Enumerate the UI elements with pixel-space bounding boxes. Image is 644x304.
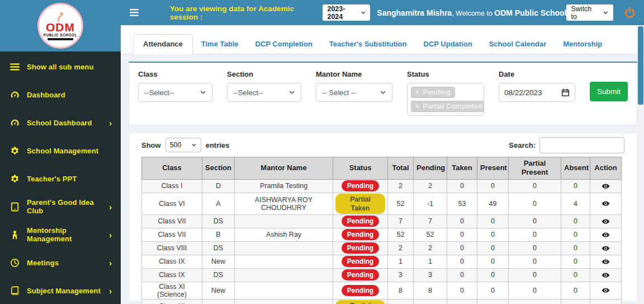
status-badge: Partial Taken <box>335 194 385 214</box>
view-eye-icon[interactable] <box>602 286 610 294</box>
total-cell: 2 <box>388 241 414 255</box>
submit-button[interactable]: Submit <box>590 82 628 101</box>
section-select[interactable]: --Select-- <box>227 83 301 102</box>
tab-mentorship[interactable]: Mentorship <box>555 35 610 54</box>
view-eye-icon[interactable] <box>602 271 610 279</box>
sidebar-item-parents-good-idea-club[interactable]: Parent's Good Idea Club› <box>0 193 121 221</box>
section-cell: DS <box>202 268 235 282</box>
status-filter: Status ×Pending ×Partial Completed <box>407 70 484 116</box>
tab-dcp-updation[interactable]: DCP Updation <box>415 35 481 54</box>
pending-cell: -1 <box>414 193 447 214</box>
mantor-cell: AISHWARYA ROY CHOUDHURY <box>235 193 333 214</box>
logo-tagline-bar <box>48 38 73 40</box>
clock-icon <box>10 258 20 268</box>
school-logo[interactable]: ODM PUBLIC SCHOOL <box>37 3 83 49</box>
column-header[interactable]: Taken <box>447 157 477 180</box>
power-logout-icon[interactable] <box>624 7 636 18</box>
tab-school-calendar[interactable]: School Calendar <box>481 35 555 54</box>
entries-select[interactable]: 500 <box>165 138 201 152</box>
sidebar-item-teachers-ppt[interactable]: Teacher's PPT <box>0 165 121 193</box>
mantor-select[interactable]: -- Select -- <box>316 83 392 102</box>
absent-cell: 0 <box>561 228 590 241</box>
column-header[interactable]: Class <box>142 157 202 180</box>
hamburger-icon <box>10 62 20 72</box>
status-cell: Pending <box>333 268 388 282</box>
table-row: Class VIAAISHWARYA ROY CHOUDHURYPartial … <box>142 193 622 214</box>
total-cell: 1 <box>388 255 414 268</box>
sidebar-item-meetings[interactable]: Meetings› <box>0 249 121 277</box>
sidebar-item-school-management[interactable]: School Management <box>0 137 121 165</box>
calendar-icon[interactable] <box>561 88 570 97</box>
sidebar-item-school-dashboard[interactable]: School Dashboard› <box>0 109 121 137</box>
hamburger-icon[interactable] <box>130 8 139 17</box>
class-cell: Class XI (Science) <box>142 299 202 304</box>
tab-attendance[interactable]: Attendance <box>133 34 193 54</box>
view-eye-icon[interactable] <box>602 217 610 226</box>
remove-tag-icon[interactable]: × <box>415 88 419 96</box>
sidebar-item-label: School Management <box>27 147 112 155</box>
view-eye-icon[interactable] <box>602 244 610 252</box>
column-header[interactable]: Action <box>590 157 622 180</box>
total-cell: 3 <box>388 268 414 282</box>
column-header[interactable]: Present <box>477 157 509 180</box>
remove-tag-icon[interactable]: × <box>415 102 419 110</box>
class-cell: Class VIII <box>142 241 202 255</box>
taken-cell: 0 <box>447 179 477 193</box>
entries-value: 500 <box>170 141 182 149</box>
column-header[interactable]: Mantor Name <box>235 157 333 180</box>
pending-cell: 1 <box>414 299 447 304</box>
view-eye-icon[interactable] <box>602 199 610 208</box>
column-header[interactable]: Partial Present <box>509 157 561 180</box>
class-label: Class <box>138 70 212 78</box>
table-header-row: ClassSectionMantor NameStatusTotalPendin… <box>142 157 622 180</box>
view-eye-icon[interactable] <box>602 231 610 239</box>
scrollbar-thumb[interactable] <box>638 26 643 105</box>
view-eye-icon[interactable] <box>602 258 610 266</box>
column-header[interactable]: Total <box>388 157 414 180</box>
sidebar-item-mentorship-management[interactable]: Mentorship Management› <box>0 221 121 249</box>
tab-time-table[interactable]: Time Table <box>193 35 247 54</box>
class-cell: Class VI <box>142 193 202 214</box>
app-window: ODM PUBLIC SCHOOL Show all sub menuDashb… <box>0 0 644 304</box>
mantor-cell <box>235 282 333 299</box>
date-input[interactable]: 08/22/2023 <box>499 83 575 102</box>
column-header[interactable]: Absent <box>561 157 590 180</box>
present-cell: 0 <box>477 268 509 282</box>
search-label: Search: <box>509 141 536 149</box>
sidebar-item-show-all-sub-menu[interactable]: Show all sub menu <box>0 53 121 81</box>
tab-dcp-completion[interactable]: DCP Completion <box>247 35 321 54</box>
table-row: Class IXNewPending110000 <box>142 255 622 268</box>
sidebar-menu: Show all sub menuDashboardSchool Dashboa… <box>0 52 121 304</box>
table-controls: Show 500 entries Search: <box>141 138 624 152</box>
absent-cell: 0 <box>561 214 590 228</box>
action-cell <box>590 268 622 282</box>
action-cell <box>590 179 622 193</box>
search-input[interactable] <box>539 137 624 153</box>
tab-teachers-substitution[interactable]: Teacher's Substitution <box>321 35 415 54</box>
total-cell: 52 <box>388 228 414 241</box>
mantor-filter: Mantor Name -- Select -- <box>316 70 392 116</box>
class-select[interactable]: --Select-- <box>138 83 212 102</box>
status-multiselect[interactable]: ×Pending ×Partial Completed <box>407 83 484 116</box>
session-select-value: 2023-2024 <box>327 5 356 21</box>
pending-cell: 8 <box>414 282 447 299</box>
table-row: Class IXDSPending330000 <box>142 268 622 282</box>
table-row: Class VIIDSPending770000 <box>142 214 622 228</box>
sidebar-item-subject-management[interactable]: Subject Management› <box>0 277 121 304</box>
sidebar-item-dashboard[interactable]: Dashboard <box>0 81 121 109</box>
attendance-table: ClassSectionMantor NameStatusTotalPendin… <box>141 157 622 304</box>
session-select[interactable]: 2023-2024 <box>323 4 370 21</box>
switch-to-select[interactable]: Switch to <box>566 4 613 21</box>
view-eye-icon[interactable] <box>602 182 610 190</box>
column-header[interactable]: Section <box>202 157 235 180</box>
welcome-text: , Welcome to <box>452 10 494 17</box>
mantor-select-value: -- Select -- <box>322 88 356 97</box>
class-cell: Class XI (Science) <box>142 282 202 299</box>
action-cell <box>590 214 622 228</box>
table-row: Class XI (Science)NewPending880000 <box>142 282 622 299</box>
present-cell: 49 <box>477 193 509 214</box>
column-header[interactable]: Pending <box>414 157 447 180</box>
column-header[interactable]: Status <box>333 157 388 180</box>
mantor-cell: Pramila Testing <box>235 179 333 193</box>
status-tag: ×Partial Completed <box>411 101 484 112</box>
